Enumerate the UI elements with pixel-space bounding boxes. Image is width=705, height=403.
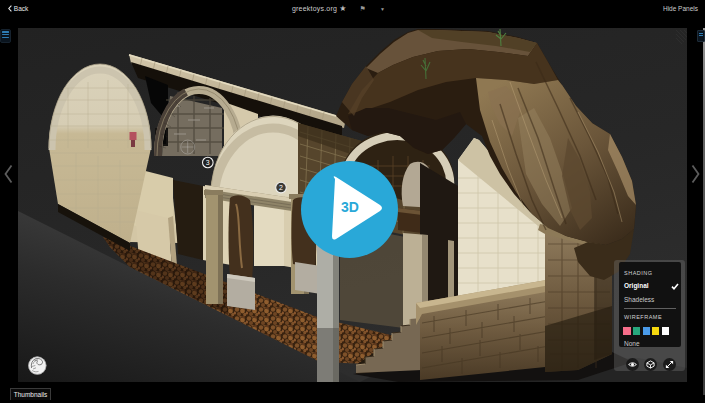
svg-text:3D: 3D (341, 199, 359, 215)
svg-text:3: 3 (206, 159, 210, 166)
svg-text:2: 2 (279, 184, 283, 191)
